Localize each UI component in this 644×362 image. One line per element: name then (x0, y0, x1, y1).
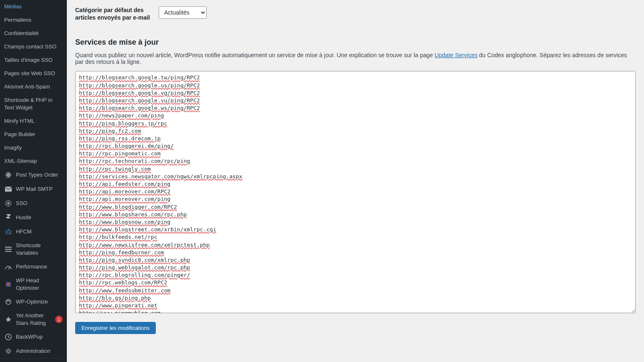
sidebar-item-performance[interactable]: Performance (0, 260, 67, 274)
mail-icon (4, 185, 13, 193)
robot-icon (4, 228, 13, 236)
sidebar-item-confidentialite[interactable]: Confidentialité (0, 27, 67, 40)
category-row: Catégorie par défaut des articles envoyé… (75, 0, 636, 28)
svg-rect-6 (6, 230, 11, 234)
sidebar-item-shortcode-php[interactable]: Shortcode & PHP in Text Widget (0, 94, 67, 114)
svg-point-8 (9, 232, 10, 233)
sidebar-item-medias[interactable]: Médias (0, 0, 67, 13)
sidebar-item-label: Pages site Web SSO (4, 70, 55, 77)
sidebar-item-label: Yet Another Stars Rating (16, 312, 53, 327)
sidebar-item-permaliens[interactable]: Permaliens (0, 13, 67, 27)
sidebar-item-label: HFCM (16, 228, 32, 235)
sidebar-item-shortcode-variables[interactable]: Shortcode Variables (0, 239, 67, 260)
sidebar-item-administration[interactable]: Administration (0, 344, 67, 358)
sidebar-item-label: Minify HTML (4, 117, 35, 125)
sidebar-item-label: Confidentialité (4, 30, 38, 37)
sidebar-item-label: XML-Sitemap (4, 157, 37, 165)
section-description: Quand vous publiez un nouvel article, Wo… (75, 52, 636, 65)
hustle-icon (4, 213, 13, 222)
section-title: Services de mise à jour (75, 38, 636, 47)
main-content: Catégorie par défaut des articles envoyé… (67, 0, 644, 362)
sidebar-item-label: Page Builder (4, 131, 35, 138)
sidebar-item-label: Médias (4, 3, 22, 10)
sidebar-item-minify-html[interactable]: Minify HTML (0, 114, 67, 128)
sidebar-item-label: Permaliens (4, 16, 31, 24)
list-icon (4, 245, 13, 253)
svg-point-19 (7, 350, 10, 352)
sidebar-item-label: WP Mail SMTP (16, 185, 53, 193)
svg-rect-13 (5, 251, 12, 252)
svg-rect-11 (5, 247, 12, 248)
sidebar-item-label: Champs contact SSO (4, 43, 56, 51)
star-icon (4, 315, 13, 324)
sidebar-item-wp-optimize[interactable]: WP-Optimize (0, 295, 67, 309)
atom-icon (4, 171, 13, 179)
sidebar-item-label: WP-Optimize (16, 298, 48, 306)
notification-badge: 1 (55, 316, 63, 323)
admin-sidebar: Médias Permaliens Confidentialité Champs… (0, 0, 67, 362)
sidebar-item-sso[interactable]: SSO (0, 196, 67, 210)
sidebar-item-label: SSO (16, 200, 27, 207)
sidebar-item-label: Imagify (4, 144, 22, 152)
svg-line-14 (8, 267, 10, 269)
sidebar-item-label: Performance (16, 263, 47, 271)
sidebar-item-hustle[interactable]: Hustle (0, 210, 67, 225)
sidebar-item-label: Shortcode Variables (16, 242, 63, 257)
backup-icon (4, 333, 13, 341)
save-button[interactable]: Enregistrer les modifications (75, 322, 156, 334)
sidebar-collapse[interactable]: Réduire le menu (0, 358, 67, 362)
sidebar-item-backwpup[interactable]: BackWPup (0, 330, 67, 344)
svg-rect-4 (5, 187, 12, 192)
gear-icon (4, 347, 13, 355)
sidebar-item-wp-head-optimizer[interactable]: WP Head Optimizer (0, 274, 67, 295)
optimize-icon (4, 298, 13, 306)
sidebar-item-pages-site-web-sso[interactable]: Pages site Web SSO (0, 67, 67, 80)
svg-rect-12 (5, 249, 12, 250)
desc-prefix: Quand vous publiez un nouvel article, Wo… (75, 52, 434, 58)
sidebar-item-post-types-order[interactable]: Post Types Order (0, 168, 67, 182)
sidebar-item-label: Akismet Anti-Spam (4, 83, 50, 91)
sidebar-item-label: WP Head Optimizer (16, 277, 63, 292)
update-services-link[interactable]: Update Services (434, 52, 477, 58)
sidebar-item-wp-mail-smtp[interactable]: WP Mail SMTP (0, 182, 67, 196)
svg-point-17 (6, 299, 11, 304)
sidebar-item-label: BackWPup (16, 333, 43, 341)
sidebar-item-label: Post Types Order (16, 171, 58, 179)
wp-head-icon (4, 280, 13, 289)
asterisk-icon (4, 199, 13, 208)
gauge-icon (4, 263, 13, 271)
svg-point-0 (8, 175, 9, 176)
sidebar-item-label: Shortcode & PHP in Text Widget (4, 96, 63, 111)
sidebar-item-hfcm[interactable]: HFCM (0, 225, 67, 239)
sidebar-item-page-builder[interactable]: Page Builder (0, 128, 67, 141)
svg-rect-16 (7, 283, 10, 286)
sidebar-item-xml-sitemap[interactable]: XML-Sitemap (0, 154, 67, 168)
svg-point-7 (7, 232, 8, 233)
category-label: Catégorie par défaut des articles envoyé… (75, 6, 159, 21)
sidebar-item-label: Tailles d'image SSO (4, 56, 53, 64)
sidebar-item-yasr[interactable]: Yet Another Stars Rating 1 (0, 309, 67, 330)
sidebar-item-champs-contact-sso[interactable]: Champs contact SSO (0, 40, 67, 53)
sidebar-item-akismet[interactable]: Akismet Anti-Spam (0, 80, 67, 94)
sidebar-item-label: Hustle (16, 214, 31, 221)
update-services-textarea[interactable] (75, 71, 636, 313)
sidebar-item-imagify[interactable]: Imagify (0, 141, 67, 154)
sidebar-item-tailles-image-sso[interactable]: Tailles d'image SSO (0, 53, 67, 67)
category-select[interactable]: Actualités (159, 6, 207, 19)
sidebar-item-label: Administration (16, 347, 50, 355)
